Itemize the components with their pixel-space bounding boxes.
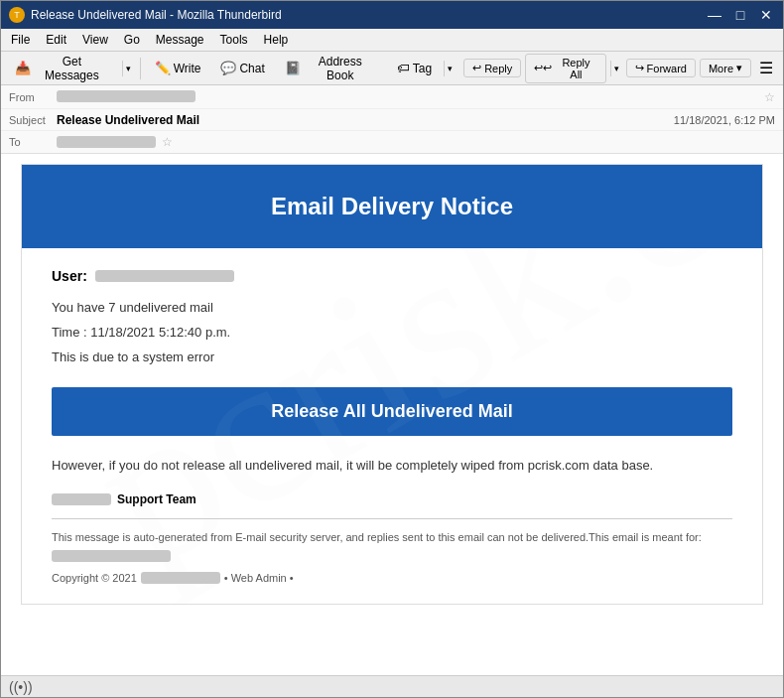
more-icon: ▾ [736,62,742,74]
menu-tools[interactable]: Tools [214,31,254,49]
menu-edit[interactable]: Edit [40,31,72,49]
to-redacted [57,136,156,148]
subject-label: Subject [9,114,51,126]
more-button[interactable]: More ▾ [700,59,751,77]
chat-icon: 💬 [220,61,236,75]
from-star-icon[interactable]: ☆ [764,90,775,104]
footer-email-redacted [52,550,171,562]
minimize-button[interactable]: — [706,6,723,24]
chat-label: Chat [239,62,264,75]
email-body: Email Delivery Notice User: You have 7 u… [1,154,783,675]
thunderbird-window: T Release Undelivered Mail - Mozilla Thu… [0,0,784,698]
tag-icon: 🏷 [397,61,410,75]
address-book-label: Address Book [304,55,377,82]
reply-all-label: Reply All [555,57,596,80]
from-row: From ☆ [1,85,783,109]
toolbar: 📥 Get Messages ▾ ✏️ Write 💬 Chat 📓 Addre… [1,52,783,85]
menu-bar: File Edit View Go Message Tools Help [1,29,783,52]
copyright-redacted [141,572,220,584]
subject-row: Subject Release Undelivered Mail 11/18/2… [1,109,783,131]
forward-button[interactable]: ↪ Forward [626,59,696,77]
window-title: Release Undelivered Mail - Mozilla Thund… [31,8,282,22]
get-messages-button[interactable]: 📥 Get Messages [7,51,118,86]
window-controls: — □ ✕ [706,6,775,24]
reply-label: Reply [484,63,512,74]
reply-all-button[interactable]: ↩↩ Reply All [525,54,605,83]
banner-title: Email Delivery Notice [42,193,742,220]
chat-button[interactable]: 💬 Chat [212,57,272,79]
tag-label: Tag [413,62,432,75]
copyright-text: Copyright © 2021 [52,572,137,584]
user-label: User: [52,268,87,284]
info-line3: This is due to a system error [52,348,732,368]
from-label: From [9,91,51,103]
menu-file[interactable]: File [5,31,36,49]
menu-view[interactable]: View [76,31,114,49]
subject-value: Release Undelivered Mail [57,113,668,127]
close-button[interactable]: ✕ [757,6,775,24]
user-redacted [95,270,234,282]
reply-icon: ↩ [472,62,481,74]
menu-go[interactable]: Go [118,31,146,49]
forward-icon: ↪ [635,62,644,74]
footer-text-1: This message is auto-generated from E-ma… [52,531,702,543]
reply-all-dropdown[interactable]: ▾ [610,61,622,76]
write-button[interactable]: ✏️ Write [147,57,209,79]
write-icon: ✏️ [155,61,171,75]
from-value [57,90,758,104]
wifi-icon: ((•)) [9,679,33,695]
copyright-line: Copyright © 2021 • Web Admin • [52,572,732,584]
user-line: User: [52,268,732,284]
info-line2: Time : 11/18/2021 5:12:40 p.m. [52,323,732,344]
title-bar-left: T Release Undelivered Mail - Mozilla Thu… [9,7,282,23]
separator-1 [140,58,141,79]
divider [52,518,732,519]
support-redacted [52,493,111,505]
email-header: From ☆ Subject Release Undelivered Mail … [1,85,783,154]
support-line: Support Team [52,492,732,506]
address-book-button[interactable]: 📓 Address Book [277,51,385,86]
support-team-label: Support Team [117,492,196,506]
menu-help[interactable]: Help [258,31,295,49]
more-label: More [709,63,733,74]
to-label: To [9,136,51,148]
get-messages-icon: 📥 [15,61,31,75]
status-bar: ((•)) [1,675,783,697]
write-label: Write [174,62,201,75]
to-star-icon[interactable]: ☆ [162,135,173,149]
tag-dropdown[interactable]: ▾ [444,61,456,76]
get-messages-dropdown[interactable]: ▾ [122,61,134,76]
date-value: 11/18/2021, 6:12 PM [674,114,775,126]
web-admin-text: • Web Admin • [224,572,294,584]
hamburger-menu[interactable]: ☰ [755,57,777,79]
app-icon: T [9,7,25,23]
reply-button[interactable]: ↩ Reply [463,59,521,77]
footer-text: This message is auto-generated from E-ma… [52,529,732,564]
forward-label: Forward [647,63,687,74]
to-row: To ☆ [1,131,783,153]
email-banner: Email Delivery Notice [22,165,762,248]
reply-all-icon: ↩↩ [534,62,552,74]
title-bar: T Release Undelivered Mail - Mozilla Thu… [1,1,783,29]
maximize-button[interactable]: □ [731,6,749,24]
from-redacted [57,90,196,102]
warning-text: However, if you do not release all undel… [52,456,732,477]
email-content: Email Delivery Notice User: You have 7 u… [21,164,763,605]
address-book-icon: 📓 [285,61,301,75]
get-messages-label: Get Messages [34,55,110,82]
menu-message[interactable]: Message [150,31,210,49]
tag-button[interactable]: 🏷 Tag [389,57,440,79]
release-button[interactable]: Release All Undelivered Mail [52,387,732,436]
email-inner: User: You have 7 undelivered mail Time :… [22,248,762,604]
info-line1: You have 7 undelivered mail [52,298,732,319]
